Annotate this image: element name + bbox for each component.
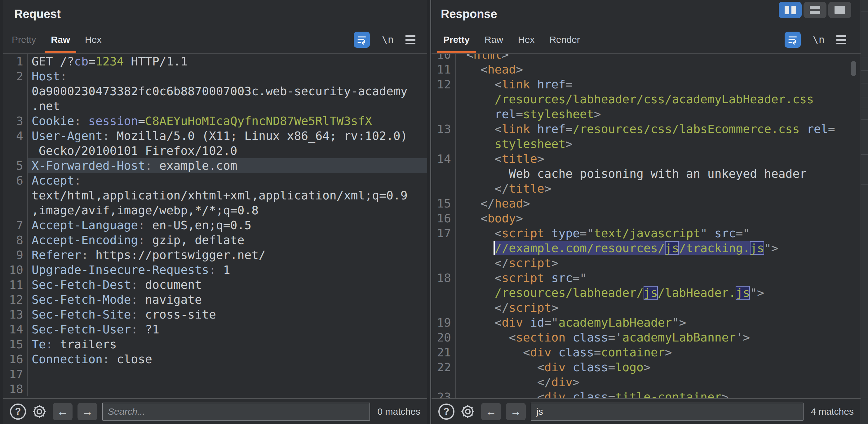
search-settings-gear-icon[interactable] [459, 403, 476, 420]
code-line: 11 <head> [432, 62, 849, 77]
search-help-icon[interactable]: ? [10, 403, 26, 420]
panel-divider[interactable] [427, 0, 432, 424]
code-line: 8Accept-Encoding: gzip, deflate [3, 233, 427, 247]
response-search-bar: ? ← → 4 matches [432, 398, 861, 424]
show-newlines-toggle[interactable]: \n [382, 34, 394, 46]
code-line: 13 <link href=/resources/css/labsEcommer… [432, 122, 849, 137]
code-line: 18 [3, 382, 427, 396]
editor-menu-icon[interactable] [836, 35, 846, 44]
word-wrap-toggle-button[interactable] [354, 32, 370, 48]
response-editor-toolbar: \n [785, 30, 846, 50]
next-match-button[interactable]: → [78, 403, 97, 420]
code-line: 5X-Forwarded-Host: example.com [3, 158, 427, 173]
code-line: text/html,application/xhtml+xml,applicat… [3, 188, 427, 203]
request-match-count: 0 matches [378, 406, 421, 417]
response-editor[interactable]: 10<html>11 <head>12 <link href= /resourc… [432, 54, 849, 398]
request-editor-toolbar: \n [354, 30, 415, 50]
response-scrollbar-thumb[interactable] [851, 61, 856, 76]
code-line: 13Sec-Fetch-Site: cross-site [3, 307, 427, 322]
response-match-count: 4 matches [811, 406, 854, 417]
code-line: 1GET /?cb=1234 HTTP/1.1 [3, 54, 427, 69]
show-newlines-toggle[interactable]: \n [812, 34, 825, 46]
request-search-bar: ? ← → 0 matches [3, 398, 427, 424]
previous-match-button[interactable]: ← [481, 403, 501, 420]
code-line: 22 <div class=logo> [432, 360, 849, 375]
code-line: /resources/labheader/js/labHeader.js"> [432, 285, 849, 300]
next-match-button[interactable]: → [506, 403, 526, 420]
code-line: 23 <div class=title-container> [432, 390, 849, 398]
code-line: stylesheet> [432, 137, 849, 151]
code-line: ,image/avif,image/webp,*/*;q=0.8 [3, 203, 427, 218]
word-wrap-icon [356, 34, 367, 45]
code-line: Web cache poisoning with an unkeyed head… [432, 166, 849, 181]
response-panel-title: Response [441, 7, 497, 21]
search-settings-gear-icon[interactable] [31, 403, 48, 420]
tab-raw[interactable]: Raw [477, 26, 510, 53]
code-line: </div> [432, 375, 849, 390]
code-line: 16Connection: close [3, 352, 427, 367]
code-line: 14 <title> [432, 151, 849, 166]
code-line: 17 [3, 367, 427, 382]
request-editor[interactable]: 1GET /?cb=1234 HTTP/1.12Host:0a900023047… [3, 54, 427, 398]
tab-raw[interactable]: Raw [43, 26, 78, 53]
request-panel-title: Request [14, 7, 61, 21]
code-line: </script> [432, 255, 849, 270]
code-line: 19 <div id="academyLabHeader"> [432, 315, 849, 330]
response-tabbar: PrettyRawHexRender [436, 26, 587, 53]
window-left-edge [0, 0, 3, 424]
layout-single-button[interactable] [828, 2, 851, 18]
code-line: /resources/labheader/css/academyLabHeade… [432, 92, 849, 107]
code-line: 10Upgrade-Insecure-Requests: 1 [3, 263, 427, 277]
code-line: 21 <div class=container> [432, 345, 849, 360]
code-line: 15 </head> [432, 196, 849, 211]
code-line: rel=stylesheet> [432, 107, 849, 122]
code-line: 16 <body> [432, 211, 849, 226]
response-search-input[interactable] [531, 403, 804, 421]
code-line: </script> [432, 300, 849, 315]
code-line: .net [3, 99, 427, 114]
code-line: 7Accept-Language: en-US,en;q=0.5 [3, 218, 427, 233]
previous-match-button[interactable]: ← [53, 403, 72, 420]
code-line: 12Sec-Fetch-Mode: navigate [3, 292, 427, 307]
layout-switcher [779, 2, 851, 18]
code-line: </title> [432, 181, 849, 196]
layout-rows-button[interactable] [804, 2, 827, 18]
code-line: 11Sec-Fetch-Dest: document [3, 277, 427, 292]
code-line: 2Host: [3, 69, 427, 84]
tab-pretty[interactable]: Pretty [436, 26, 477, 53]
code-line: 17 <script type="text/javascript" src=" [432, 226, 849, 241]
code-line: 18 <script src=" [432, 270, 849, 285]
tab-hex[interactable]: Hex [78, 26, 109, 53]
code-line: 6Accept: [3, 173, 427, 188]
tab-pretty[interactable]: Pretty [4, 26, 43, 53]
tab-hex[interactable]: Hex [510, 26, 542, 53]
code-line: 12 <link href= [432, 77, 849, 92]
code-line: 15Te: trailers [3, 337, 427, 352]
code-line: //example.com/resources/js/tracking.js"> [432, 241, 849, 255]
search-help-icon[interactable]: ? [438, 403, 455, 420]
code-line: 14Sec-Fetch-User: ?1 [3, 322, 427, 337]
response-panel: Response PrettyRawHexRender \n 10<html>1… [432, 0, 868, 424]
code-line: 9Referer: https://portswigger.net/ [3, 247, 427, 263]
code-line: 0a9000230473382fc0c6b8870007003c.web-sec… [3, 84, 427, 99]
code-line: Gecko/20100101 Firefox/102.0 [3, 143, 427, 158]
tab-render[interactable]: Render [542, 26, 587, 53]
code-line: 10<html> [432, 54, 849, 62]
code-line: 3Cookie: session=C8AEYuHoMIcaQyfncND87We… [3, 114, 427, 128]
layout-columns-button[interactable] [779, 2, 802, 18]
right-collapsed-strip[interactable] [861, 0, 868, 424]
word-wrap-toggle-button[interactable] [785, 32, 801, 48]
word-wrap-icon [787, 34, 798, 45]
code-line: 20 <section class='academyLabBanner'> [432, 330, 849, 345]
request-tabbar: PrettyRawHex [4, 26, 109, 53]
request-panel: Request PrettyRawHex \n 1GET /?cb=1234 H… [0, 0, 427, 424]
request-search-input[interactable] [102, 403, 370, 421]
editor-menu-icon[interactable] [405, 35, 415, 44]
code-line: 4User-Agent: Mozilla/5.0 (X11; Linux x86… [3, 128, 427, 143]
